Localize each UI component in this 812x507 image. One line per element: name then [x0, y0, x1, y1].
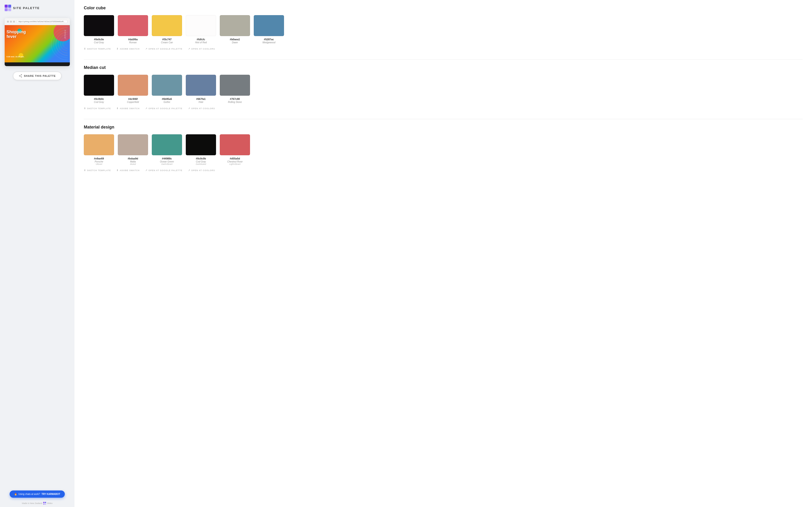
color-card-median-cut-2: #6b95a5Gothic [152, 75, 182, 103]
action-bar-material-design: ⬇SKETCH TEMPLATE⬇ADOBE SWATCH↗OPEN AT GO… [84, 169, 803, 172]
color-card-material-design-2: #44988cOcean GreenDarkVibrant [152, 134, 182, 165]
action-icon-material-design-3: ↗ [188, 169, 190, 172]
color-variant-material-design-4: LightVibrant [229, 163, 240, 165]
color-name-color-cube-0: Cod Gray [94, 41, 104, 44]
action-bar-median-cut: ⬇SKETCH TEMPLATE⬇ADOBE SWATCH↗OPEN AT GO… [84, 107, 803, 110]
color-hex-median-cut-2: #6b95a5 [162, 98, 172, 100]
action-icon-material-design-0: ⬇ [84, 169, 86, 172]
color-swatch-color-cube-4 [220, 15, 250, 36]
color-card-median-cut-3: #667fa1Hoki [186, 75, 216, 103]
color-variant-material-design-0: Vibrant [96, 163, 102, 165]
action-btn-color-cube-2[interactable]: ↗OPEN AT GOOGLE PALETTE [145, 48, 182, 50]
image-dates: 9.30 wed. 10.25 sun. [6, 56, 24, 58]
action-btn-median-cut-2[interactable]: ↗OPEN AT GOOGLE PALETTE [145, 107, 182, 110]
color-name-material-design-4: Chestnut Rose [227, 160, 243, 163]
left-panel: SITE PALETTE https://i.pinimg.com/564x/7… [0, 0, 74, 507]
chat-banner-cta: TRY KARMABOT [42, 493, 60, 495]
right-panel: Color cube#0e0c0eCod Gray#da5f6aRoman#f3… [74, 0, 812, 507]
color-name-median-cut-1: Copperfield [127, 101, 139, 103]
action-btn-material-design-2[interactable]: ↗OPEN AT GOOGLE PALETTE [145, 169, 182, 172]
color-swatch-material-design-3 [186, 134, 216, 155]
action-label-color-cube-3: OPEN AT COOLORS [191, 48, 215, 50]
action-btn-material-design-3[interactable]: ↗OPEN AT COOLORS [188, 169, 215, 172]
logo-bar: SITE PALETTE [0, 5, 40, 11]
image-shopping-text: Shopping fever [6, 30, 26, 39]
color-hex-color-cube-2: #f3c747 [162, 38, 172, 41]
action-btn-median-cut-3[interactable]: ↗OPEN AT COOLORS [188, 107, 215, 110]
svg-rect-1 [8, 5, 11, 8]
color-swatch-color-cube-1 [118, 15, 148, 36]
action-btn-color-cube-1[interactable]: ⬇ADOBE SWATCH [116, 48, 139, 50]
action-icon-median-cut-0: ⬇ [84, 107, 86, 110]
color-grid-median-cut: #0c0b0cCod Gray#dc946fCopperfield#6b95a5… [84, 75, 803, 103]
action-label-color-cube-1: ADOBE SWATCH [120, 48, 139, 50]
browser-mockup: https://i.pinimg.com/564x/7a/52/ea/7a52e… [5, 18, 70, 66]
color-card-color-cube-1: #da5f6aRoman [118, 15, 148, 44]
action-btn-material-design-1[interactable]: ⬇ADOBE SWATCH [116, 169, 139, 172]
svg-rect-17 [43, 504, 45, 505]
action-icon-material-design-2: ↗ [145, 169, 148, 172]
color-hex-color-cube-5: #5287ac [264, 38, 274, 41]
color-hex-material-design-2: #44988c [162, 157, 172, 160]
action-icon-material-design-1: ⬇ [116, 169, 118, 172]
color-card-material-design-4: #d55a5dChestnut RoseLightVibrant [220, 134, 250, 165]
color-name-color-cube-3: Hint of Red [195, 41, 207, 44]
browser-bottom [5, 62, 70, 66]
color-card-median-cut-0: #0c0b0cCod Gray [84, 75, 114, 103]
action-btn-median-cut-1[interactable]: ⬇ADOBE SWATCH [116, 107, 139, 110]
color-swatch-material-design-4 [220, 134, 250, 155]
color-hex-material-design-1: #bdaa9d [128, 157, 138, 160]
section-material-design: Material design#e9ae69PorscheVibrant#bda… [84, 119, 803, 172]
color-hex-median-cut-3: #667fa1 [196, 98, 206, 100]
svg-line-13 [19, 75, 21, 76]
color-hex-median-cut-4: #767c80 [230, 98, 240, 100]
action-btn-color-cube-3[interactable]: ↗OPEN AT COOLORS [188, 48, 215, 50]
action-label-median-cut-1: ADOBE SWATCH [120, 107, 139, 110]
color-card-color-cube-5: #5287acWedgewood [254, 15, 284, 44]
color-swatch-material-design-0 [84, 134, 114, 155]
color-swatch-color-cube-5 [254, 15, 284, 36]
action-icon-median-cut-1: ⬇ [116, 107, 118, 110]
action-icon-median-cut-2: ↗ [145, 107, 148, 110]
color-hex-material-design-3: #0c0c0b [196, 157, 206, 160]
section-color-cube: Color cube#0e0c0eCod Gray#da5f6aRoman#f3… [84, 6, 803, 50]
svg-line-14 [19, 76, 21, 77]
footer-slidev: Slidev [47, 502, 53, 504]
svg-point-11 [21, 77, 22, 77]
action-icon-color-cube-0: ⬇ [84, 48, 86, 50]
svg-rect-15 [43, 502, 45, 503]
color-hex-color-cube-1: #da5f6a [128, 38, 138, 41]
chat-banner-icon: 🔥 [14, 493, 17, 495]
action-label-color-cube-0: SKETCH TEMPLATE [87, 48, 111, 50]
svg-point-10 [21, 74, 22, 75]
browser-dot-3 [13, 21, 15, 22]
color-name-median-cut-3: Hoki [198, 101, 203, 103]
chat-banner-text: Using chats at work? [18, 493, 40, 495]
section-median-cut: Median cut#0c0b0cCod Gray#dc946fCopperfi… [84, 59, 803, 110]
chat-banner[interactable]: 🔥 Using chats at work? TRY KARMABOT [9, 491, 65, 498]
svg-point-12 [19, 76, 20, 76]
action-label-material-design-3: OPEN AT COOLORS [191, 169, 215, 172]
share-icon [19, 74, 22, 77]
action-btn-color-cube-0[interactable]: ⬇SKETCH TEMPLATE [84, 48, 111, 50]
svg-rect-3 [8, 8, 11, 11]
action-label-median-cut-2: OPEN AT GOOGLE PALETTE [149, 107, 182, 110]
color-swatch-material-design-1 [118, 134, 148, 155]
action-btn-median-cut-0[interactable]: ⬇SKETCH TEMPLATE [84, 107, 111, 110]
color-hex-median-cut-1: #dc946f [128, 98, 138, 100]
color-name-material-design-0: Porsche [95, 160, 103, 163]
logo-icon [5, 5, 11, 11]
section-title-color-cube: Color cube [84, 6, 803, 10]
color-swatch-color-cube-2 [152, 15, 182, 36]
action-icon-color-cube-3: ↗ [188, 48, 190, 50]
share-palette-button[interactable]: SHARE THIS PALETTE [13, 72, 62, 80]
share-button-label: SHARE THIS PALETTE [24, 74, 56, 77]
color-variant-material-design-2: DarkVibrant [161, 163, 172, 165]
footer-logo-icon [43, 502, 46, 505]
color-name-color-cube-4: Dawn [232, 41, 238, 44]
action-btn-material-design-0[interactable]: ⬇SKETCH TEMPLATE [84, 169, 111, 172]
color-name-material-design-2: Ocean Green [160, 160, 174, 163]
color-swatch-median-cut-3 [186, 75, 216, 96]
color-hex-color-cube-0: #0e0c0e [94, 38, 104, 41]
color-name-median-cut-0: Cod Gray [94, 101, 104, 103]
